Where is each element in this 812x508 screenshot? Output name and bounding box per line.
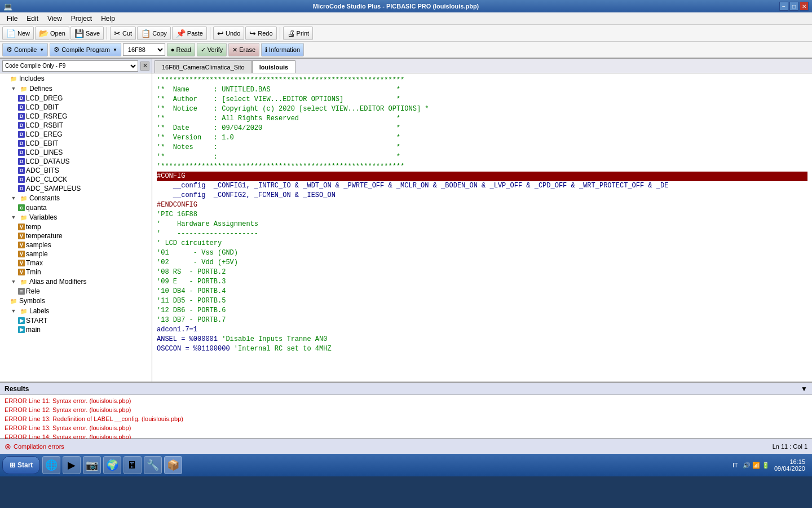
constants-folder-icon: 📁 bbox=[19, 194, 28, 203]
symbols-label: Symbols bbox=[19, 297, 45, 305]
sidebar-item-alias[interactable]: ▼ 📁 Alias and Modifiers bbox=[0, 277, 152, 287]
sidebar-item-constants[interactable]: ▼ 📁 Constants bbox=[0, 193, 152, 203]
sidebar-item-lcd-ebit[interactable]: D LCD_EBIT bbox=[0, 139, 152, 148]
erase-button[interactable]: ✕ Erase bbox=[228, 43, 259, 56]
sidebar-item-adc-clock[interactable]: D ADC_CLOCK bbox=[0, 175, 152, 184]
results-header: Results ▼ bbox=[0, 383, 812, 395]
d-badge-lcd-rsbit: D bbox=[18, 122, 25, 129]
redo-button[interactable]: ↪ Redo bbox=[245, 27, 276, 40]
sidebar-item-quanta[interactable]: c quanta bbox=[0, 203, 152, 212]
save-button[interactable]: 💾 Save bbox=[70, 27, 104, 40]
taskbar-package-icon[interactable]: 📦 bbox=[164, 456, 182, 474]
windows-logo: ⊞ bbox=[10, 461, 15, 469]
information-button[interactable]: ℹ Information bbox=[261, 43, 304, 56]
read-button[interactable]: ● Read bbox=[167, 43, 195, 56]
cut-button[interactable]: ✂ Cut bbox=[110, 27, 136, 40]
paste-button[interactable]: 📌 Paste bbox=[172, 27, 207, 40]
chip-selector[interactable]: 16F88 16F628A 18F4520 bbox=[123, 43, 165, 56]
sidebar-item-temperature[interactable]: V temperature bbox=[0, 231, 152, 240]
taskbar-ie-icon[interactable]: 🌐 bbox=[42, 456, 60, 474]
minimize-button[interactable]: − bbox=[779, 2, 788, 11]
code-line-2: '* Name : UNTITLED.BAS * bbox=[157, 85, 807, 95]
taskbar-media-icon[interactable]: ▶ bbox=[63, 456, 81, 474]
sidebar-item-lcd-ereg[interactable]: D LCD_EREG bbox=[0, 130, 152, 139]
code-mode-dropdown[interactable]: Code Compile Only - F9 bbox=[2, 60, 138, 72]
tab-camera-climatica[interactable]: 16F88_CameraClimatica_Sito bbox=[155, 60, 252, 73]
sidebar-item-variables[interactable]: ▼ 📁 Variables bbox=[0, 212, 152, 222]
cut-icon: ✂ bbox=[114, 29, 121, 38]
compile-button[interactable]: ⚙ Compile bbox=[2, 43, 48, 56]
v-badge-sample: V bbox=[18, 251, 25, 257]
results-collapse-icon[interactable]: ▼ bbox=[801, 385, 807, 393]
code-mode-selector: Code Compile Only - F9 ✕ bbox=[0, 59, 152, 73]
menu-project[interactable]: Project bbox=[67, 14, 96, 24]
sidebar-item-adc-sampleus[interactable]: D ADC_SAMPLEUS bbox=[0, 184, 152, 193]
new-button[interactable]: 📄 New bbox=[2, 27, 34, 40]
copy-button[interactable]: 📋 Copy bbox=[137, 27, 171, 40]
labels-folder-icon: 📁 bbox=[19, 306, 28, 316]
sidebar-item-defines[interactable]: ▼ 📁 Defines bbox=[0, 84, 152, 94]
sidebar-item-lcd-dreg[interactable]: D LCD_DREG bbox=[0, 94, 152, 103]
alias-expand-icon: ▼ bbox=[9, 277, 18, 286]
variables-folder-icon: 📁 bbox=[19, 213, 28, 222]
sidebar-item-adc-bits[interactable]: D ADC_BITS bbox=[0, 166, 152, 175]
menu-file[interactable]: File bbox=[2, 14, 22, 24]
taskbar-tools-icon[interactable]: 🔧 bbox=[144, 456, 162, 474]
sidebar-item-lcd-rsbit[interactable]: D LCD_RSBIT bbox=[0, 121, 152, 130]
code-line-19: ' LCD circuitery bbox=[157, 239, 807, 248]
copy-icon: 📋 bbox=[141, 29, 151, 38]
maximize-button[interactable]: □ bbox=[789, 2, 798, 11]
close-panel-button[interactable]: ✕ bbox=[140, 62, 149, 71]
verify-button[interactable]: ✓ Verify bbox=[197, 43, 227, 56]
code-line-12: __config _CONFIG1, _INTRC_IO & _WDT_ON &… bbox=[157, 181, 807, 191]
sidebar-item-lcd-lines[interactable]: D LCD_LINES bbox=[0, 148, 152, 157]
taskbar-calculator-icon[interactable]: 🖩 bbox=[123, 456, 142, 474]
sidebar-item-temp[interactable]: V temp bbox=[0, 222, 152, 231]
menu-edit[interactable]: Edit bbox=[22, 14, 43, 24]
menu-view[interactable]: View bbox=[43, 14, 67, 24]
code-editor[interactable]: '***************************************… bbox=[152, 73, 812, 382]
alias-folder-icon: 📁 bbox=[19, 277, 28, 286]
taskbar-camera-icon[interactable]: 📷 bbox=[83, 456, 101, 474]
sidebar-item-lcd-dataus[interactable]: D LCD_DATAUS bbox=[0, 157, 152, 166]
sidebar-item-main[interactable]: ▶ main bbox=[0, 325, 152, 334]
d-badge-adc-bits: D bbox=[18, 167, 25, 174]
sidebar-item-start[interactable]: ▶ START bbox=[0, 316, 152, 325]
d-badge-lcd-ebit: D bbox=[18, 140, 25, 147]
open-button[interactable]: 📂 Open bbox=[35, 27, 69, 40]
v-badge-tmin: V bbox=[18, 269, 25, 275]
start-button[interactable]: ⊞ Start bbox=[2, 456, 40, 474]
sidebar-item-tmax[interactable]: V Tmax bbox=[0, 259, 152, 268]
d-badge-lcd-lines: D bbox=[18, 149, 25, 156]
close-button[interactable]: ✕ bbox=[800, 2, 809, 11]
sidebar-item-rele[interactable]: ≡ Rele bbox=[0, 287, 152, 296]
code-line-25: '11 DB5 - PORTB.5 bbox=[157, 296, 807, 306]
code-line-23: '09 E - PORTB.3 bbox=[157, 277, 807, 287]
compile-program-button[interactable]: ⚙ Compile Program bbox=[50, 43, 121, 56]
alias-label: Alias and Modifiers bbox=[29, 278, 86, 286]
sidebar-item-lcd-dbit[interactable]: D LCD_DBIT bbox=[0, 103, 152, 112]
menu-help[interactable]: Help bbox=[96, 14, 120, 24]
variables-expand-icon: ▼ bbox=[9, 213, 18, 222]
paste-icon: 📌 bbox=[176, 29, 186, 38]
title-bar-title: MicroCode Studio Plus - PICBASIC PRO (lo… bbox=[12, 3, 779, 10]
code-line-18: ' -------------------- bbox=[157, 229, 807, 239]
undo-button[interactable]: ↩ Undo bbox=[213, 27, 244, 40]
tab-louislouis[interactable]: louislouis bbox=[252, 60, 295, 73]
sidebar-item-samples[interactable]: V samples bbox=[0, 240, 152, 249]
code-line-22: '08 RS - PORTB.2 bbox=[157, 268, 807, 277]
toolbar: 📄 New 📂 Open 💾 Save ✂ Cut 📋 Copy 📌 Paste… bbox=[0, 25, 812, 42]
code-line-20: '01 - Vss (GND) bbox=[157, 248, 807, 258]
sidebar-item-includes[interactable]: 📁 Includes bbox=[0, 73, 152, 84]
d-badge-lcd-dbit: D bbox=[18, 104, 25, 111]
defines-expand-icon: ▼ bbox=[9, 84, 18, 93]
sidebar-item-lcd-rsreg[interactable]: D LCD_RSREG bbox=[0, 112, 152, 121]
print-button[interactable]: 🖨 Print bbox=[283, 27, 314, 40]
sidebar-item-tmin[interactable]: V Tmin bbox=[0, 268, 152, 277]
sidebar-item-symbols[interactable]: 📁 Symbols bbox=[0, 296, 152, 306]
undo-icon: ↩ bbox=[217, 29, 224, 38]
taskbar-browser-icon[interactable]: 🌍 bbox=[103, 456, 121, 474]
sidebar-item-labels[interactable]: ▼ 📁 Labels bbox=[0, 306, 152, 316]
sidebar-item-sample[interactable]: V sample bbox=[0, 249, 152, 259]
code-line-1: '***************************************… bbox=[157, 76, 807, 85]
